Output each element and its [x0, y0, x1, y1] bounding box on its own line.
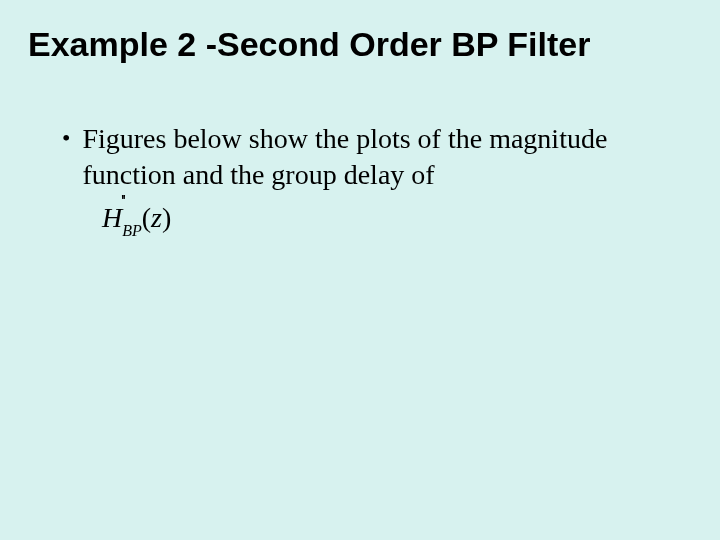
slide-title: Example 2 -Second Order BP Filter	[28, 24, 696, 65]
slide: Example 2 -Second Order BP Filter • Figu…	[0, 0, 720, 540]
formula-open-paren: (	[142, 202, 151, 233]
bullet-marker: •	[62, 121, 70, 155]
formula-close-paren: )	[162, 202, 171, 233]
bullet-item: • Figures below show the plots of the ma…	[24, 121, 696, 193]
bullet-text: Figures below show the plots of the magn…	[82, 121, 656, 193]
formula-subscript: BP	[122, 222, 142, 239]
formula-z: z	[151, 202, 162, 233]
formula: H''BP(z)	[102, 202, 696, 238]
formula-double-prime: ''	[121, 192, 124, 213]
formula-H: H	[102, 202, 122, 233]
